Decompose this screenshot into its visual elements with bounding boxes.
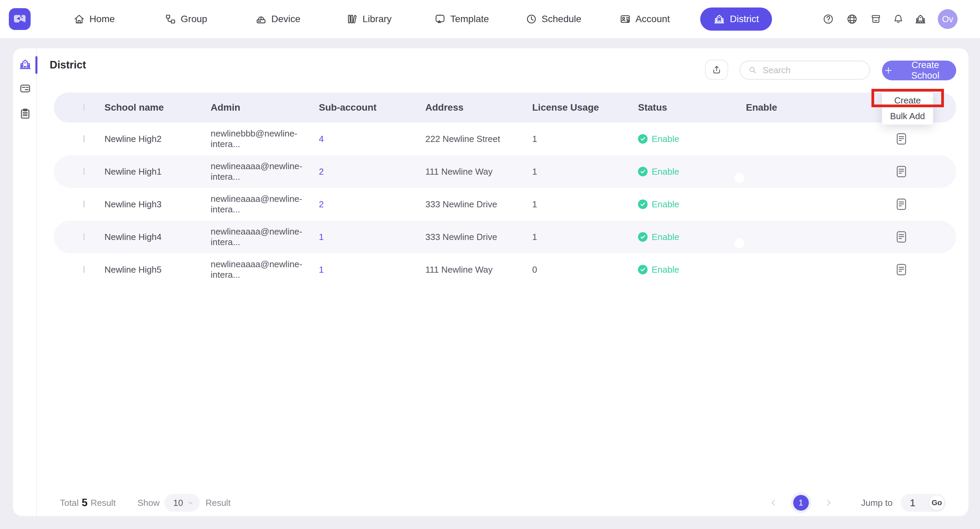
sub-account-link[interactable]: 1 — [319, 232, 425, 242]
row-checkbox[interactable] — [83, 266, 85, 273]
account-icon — [619, 13, 631, 25]
rail-district-button[interactable] — [18, 57, 33, 72]
search-input[interactable] — [762, 65, 865, 76]
page-number-button[interactable]: 1 — [793, 495, 809, 511]
export-icon — [711, 64, 722, 76]
nav-item-home[interactable]: Home — [73, 13, 115, 25]
status-badge: Enable — [638, 264, 746, 275]
sub-account-link[interactable]: 4 — [319, 134, 425, 144]
top-nav: Home Group Device Library Template Sc — [0, 0, 980, 38]
template-icon — [434, 13, 446, 25]
district-icon — [713, 13, 725, 25]
rail-license-button[interactable] — [18, 81, 33, 96]
menu-item-bulk-add[interactable]: Bulk Add — [882, 108, 933, 124]
col-school-name: School name — [105, 102, 211, 113]
cell-admin: newlineaaaa@newline-intera... — [211, 194, 319, 215]
status-check-icon — [638, 167, 648, 176]
sub-account-link[interactable]: 2 — [319, 166, 425, 177]
notifications-button[interactable] — [892, 13, 904, 25]
building-icon — [914, 13, 927, 25]
create-school-button[interactable]: Create School — [882, 61, 956, 80]
archive-box-icon — [870, 13, 882, 25]
status-badge: Enable — [638, 199, 746, 210]
nav-item-label: Account — [635, 14, 670, 24]
archive-button[interactable] — [870, 13, 882, 25]
nav-item-group[interactable]: Group — [164, 13, 207, 25]
help-button[interactable] — [822, 13, 834, 25]
status-check-icon — [638, 199, 648, 209]
avatar-initials: Ov — [942, 14, 953, 24]
globe-icon — [846, 13, 858, 25]
export-button[interactable] — [705, 60, 728, 80]
help-icon — [822, 13, 834, 25]
row-checkbox[interactable] — [83, 168, 85, 175]
nav-item-label: Schedule — [542, 14, 582, 24]
status-label: Enable — [652, 199, 679, 210]
row-detail-icon[interactable] — [895, 230, 908, 244]
page-title: District — [50, 59, 86, 71]
status-badge: Enable — [638, 134, 746, 144]
col-address: Address — [425, 102, 532, 113]
next-page-icon[interactable] — [824, 498, 833, 508]
library-icon — [346, 13, 358, 25]
row-detail-icon[interactable] — [895, 263, 908, 277]
prev-page-icon[interactable] — [769, 498, 778, 508]
cell-address: 222 Newline Street — [425, 134, 532, 144]
nav-item-label: Device — [271, 14, 301, 24]
page-size-select[interactable]: 10 — [164, 494, 200, 511]
chevron-down-icon — [187, 499, 194, 507]
row-detail-icon[interactable] — [895, 197, 908, 211]
nav-item-district-active[interactable]: District — [700, 8, 772, 31]
jump-to-input[interactable] — [902, 497, 923, 509]
row-checkbox[interactable] — [83, 135, 85, 142]
cell-school-name: Newline High4 — [105, 232, 211, 242]
cell-license-usage: 1 — [532, 166, 638, 177]
status-badge: Enable — [638, 232, 746, 242]
language-button[interactable] — [846, 13, 858, 25]
clipboard-icon — [18, 107, 32, 121]
user-avatar[interactable]: Ov — [938, 9, 958, 29]
cell-license-usage: 1 — [532, 232, 638, 242]
cell-school-name: Newline High2 — [105, 134, 211, 144]
plus-icon — [884, 66, 893, 75]
sub-account-link[interactable]: 1 — [319, 264, 425, 275]
pagination: 1 Jump to Go — [769, 493, 946, 512]
nav-item-account[interactable]: Account — [619, 13, 670, 25]
district-rail-icon — [18, 57, 32, 71]
go-button[interactable]: Go — [929, 495, 944, 510]
schools-table: School name Admin Sub-account Address Li… — [54, 92, 956, 286]
bell-icon — [892, 13, 904, 25]
show-unit-label: Result — [205, 498, 231, 508]
status-label: Enable — [652, 264, 679, 275]
cell-admin: newlineaaaa@newline-intera... — [211, 259, 319, 280]
col-sub-account: Sub-account — [319, 102, 425, 113]
app-logo-icon — [11, 11, 28, 27]
rail-logs-button[interactable] — [18, 106, 33, 121]
table-row: Newline High2 newlinebbb@newline-intera.… — [54, 123, 956, 155]
app-logo[interactable] — [9, 8, 30, 30]
status-badge: Enable — [638, 166, 746, 177]
row-checkbox[interactable] — [83, 201, 85, 208]
side-rail — [13, 48, 37, 516]
nav-item-library[interactable]: Library — [346, 13, 392, 25]
cell-license-usage: 1 — [532, 199, 638, 210]
table-row: Newline High5 newlineaaaa@newline-intera… — [54, 253, 956, 286]
row-detail-icon[interactable] — [895, 164, 908, 179]
nav-item-schedule[interactable]: Schedule — [525, 13, 582, 25]
nav-item-device[interactable]: Device — [255, 13, 301, 25]
row-detail-icon[interactable] — [895, 132, 908, 146]
col-admin: Admin — [211, 102, 319, 113]
content-card: District Create School School name Admin… — [13, 48, 969, 516]
cell-admin: newlineaaaa@newline-intera... — [211, 226, 319, 247]
select-all-checkbox[interactable] — [83, 104, 85, 111]
status-check-icon — [638, 232, 648, 242]
row-checkbox[interactable] — [83, 233, 85, 240]
table-header-row: School name Admin Sub-account Address Li… — [54, 92, 956, 123]
cell-school-name: Newline High5 — [105, 264, 211, 275]
col-license-usage: License Usage — [532, 102, 638, 113]
status-label: Enable — [652, 166, 679, 177]
nav-item-label: District — [730, 14, 759, 24]
sub-account-link[interactable]: 2 — [319, 199, 425, 210]
district-shortcut-button[interactable] — [914, 13, 927, 25]
nav-item-template[interactable]: Template — [434, 13, 489, 25]
